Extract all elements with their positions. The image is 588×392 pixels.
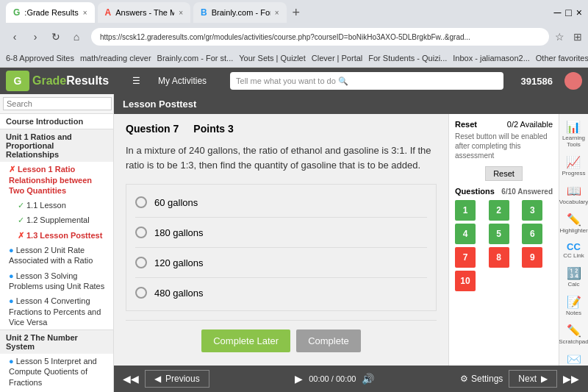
q-num-6[interactable]: 6 — [522, 224, 542, 244]
question-grid: 1 2 3 4 5 6 7 8 9 10 — [455, 200, 553, 291]
cc-icon: CC — [567, 241, 581, 252]
tab-answers[interactable]: A Answers - The Most Trusted Pla... × — [98, 2, 191, 23]
next-button[interactable]: Next ▶ — [509, 370, 557, 388]
tool-email[interactable]: ✉️ Send Usan Email — [561, 349, 587, 366]
lesson-1-status-icon: ✗ — [9, 165, 15, 174]
bookmark-brainly[interactable]: Brainly.com - For st... — [157, 54, 234, 63]
radio-d[interactable] — [135, 287, 147, 299]
highlighter-icon: ✏️ — [567, 213, 581, 227]
complete-later-button[interactable]: Complete Later — [201, 329, 290, 352]
header-nav: ☰ My Activities — [126, 73, 212, 89]
bullet-icon-4: ● — [9, 296, 14, 305]
tab-close-icon[interactable]: × — [83, 9, 87, 17]
tab-brainly[interactable]: B Brainly.com - For students. By st... × — [193, 2, 287, 23]
url-input[interactable]: https://scsk12.graderesults.com/gr/modul… — [91, 28, 549, 46]
sidebar-course-intro[interactable]: Course Introduction — [0, 114, 113, 129]
sidebar-lesson-5[interactable]: ●Lesson 5 Interpret and Compute Quotient… — [0, 354, 113, 390]
bookmark-quizlet[interactable]: Your Sets | Quizlet — [239, 54, 306, 63]
time-display: 00:00 / 00:00 — [309, 374, 356, 383]
q-num-4[interactable]: 4 — [455, 224, 476, 244]
tool-progress[interactable]: 📈 Progress — [560, 152, 587, 179]
sidebar-lesson-1[interactable]: ✗Lesson 1 Ratio Relationship between Two… — [0, 162, 113, 198]
tab-close-answers-icon[interactable]: × — [179, 9, 183, 17]
sidebar-lesson-2[interactable]: ●Lesson 2 Unit Rate Associated with a Ra… — [0, 243, 113, 268]
calc-icon: 🔢 — [567, 266, 581, 280]
q-num-7[interactable]: 7 — [455, 247, 476, 268]
bookmark-bar: 6-8 Approved Sites math/reading clever B… — [0, 49, 588, 68]
reset-button[interactable]: Reset — [485, 166, 523, 181]
question-text: In a mixture of 240 gallons, the ratio o… — [126, 143, 437, 172]
tool-vocabulary[interactable]: 📖 Vocabulary — [558, 181, 588, 208]
q-num-9[interactable]: 9 — [522, 247, 542, 268]
q-num-2[interactable]: 2 — [489, 200, 509, 221]
q-num-3[interactable]: 3 — [522, 200, 542, 221]
q-num-1[interactable]: 1 — [455, 200, 476, 221]
radio-c[interactable] — [135, 257, 147, 268]
sidebar-lesson-3[interactable]: ●Lesson 3 Solving Problems using Unit Ra… — [0, 268, 113, 294]
refresh-button[interactable]: ↻ — [47, 28, 65, 46]
new-tab-button[interactable]: + — [293, 5, 301, 21]
bookmark-other[interactable]: Other favorites — [536, 54, 588, 63]
header-search[interactable]: Tell me what you want to do 🔍 — [230, 72, 503, 90]
answer-option-c[interactable]: 120 gallons — [135, 251, 427, 274]
q-num-8[interactable]: 8 — [489, 247, 509, 268]
radio-a[interactable] — [135, 196, 147, 208]
sidebar-search-input[interactable] — [3, 97, 112, 110]
extensions-icon[interactable]: ⊞ — [573, 31, 582, 43]
bookmark-clever[interactable]: Clever | Portal — [312, 54, 363, 63]
answer-option-d[interactable]: 480 gallons — [135, 281, 427, 304]
questions-header: Questions 6/10 Answered — [455, 187, 553, 196]
logo-icon: G — [6, 71, 29, 91]
tool-notes[interactable]: 📝 Notes — [564, 292, 583, 319]
sidebar-item-1-3-posttest[interactable]: ✗1.3 Lesson Posttest — [0, 228, 113, 243]
bullet-icon-5: ● — [9, 357, 14, 366]
content-area: Lesson Posttest Question 7 Points 3 In a… — [114, 94, 588, 392]
complete-button[interactable]: Complete — [296, 329, 361, 352]
next-arrow-icon[interactable]: ▶▶ — [563, 373, 579, 385]
sidebar-unit-2: Unit 2 The Number System — [0, 329, 113, 354]
notes-icon: 📝 — [567, 295, 581, 309]
radio-b[interactable] — [135, 227, 147, 238]
home-button[interactable]: ⌂ — [68, 28, 85, 46]
side-tools: 📊 LearningTools 📈 Progress 📖 Vocabulary … — [559, 114, 588, 366]
close-window-button[interactable]: × — [576, 7, 582, 18]
tool-learning[interactable]: 📊 LearningTools — [561, 117, 587, 151]
bookmark-math[interactable]: math/reading clever — [80, 54, 151, 63]
volume-icon: 🔊 — [362, 373, 374, 385]
bookmark-star-icon[interactable]: ☆ — [555, 31, 564, 43]
tool-highlighter[interactable]: ✏️ Highlighter — [558, 210, 588, 237]
tool-scratchpad[interactable]: ✏️ Scratchpad — [557, 321, 588, 348]
answer-option-b[interactable]: 180 gallons — [135, 221, 427, 244]
nav-icon-button[interactable]: ☰ — [126, 73, 146, 89]
q-num-5[interactable]: 5 — [489, 224, 509, 244]
question-main: Question 7 Points 3 In a mixture of 240 … — [114, 114, 448, 366]
prev-arrow-icon[interactable]: ◀◀ — [123, 373, 139, 385]
sidebar-item-1-1[interactable]: ✓1.1 Lesson — [0, 198, 113, 213]
sidebar-item-1-2[interactable]: ✓1.2 Supplemental — [0, 213, 113, 227]
settings-button[interactable]: ⚙ Settings — [460, 374, 503, 384]
my-activities-button[interactable]: My Activities — [152, 73, 212, 89]
bullet-icon-2: ● — [9, 246, 14, 254]
sidebar-lesson-4[interactable]: ●Lesson 4 Converting Fractions to Percen… — [0, 293, 113, 329]
maximize-button[interactable]: □ — [565, 7, 571, 18]
minimize-button[interactable]: ─ — [553, 7, 561, 18]
bottom-bar: ◀◀ ◀ Previous ▶ 00:00 / 00:00 🔊 ⚙ Settin… — [114, 366, 588, 392]
tab-close-brainly-icon[interactable]: × — [275, 9, 279, 17]
play-button[interactable]: ▶ — [295, 373, 303, 385]
bullet-icon-3: ● — [9, 271, 14, 280]
back-button[interactable]: ‹ — [6, 28, 24, 46]
question-container: Question 7 Points 3 In a mixture of 240 … — [114, 114, 588, 366]
bookmark-6-8-approved[interactable]: 6-8 Approved Sites — [6, 54, 74, 63]
tool-cc[interactable]: CC CC Link — [562, 238, 585, 262]
bookmark-inbox[interactable]: Inbox - jaliamason2... — [453, 54, 530, 63]
progress-icon: 📈 — [566, 155, 581, 169]
tool-calc[interactable]: 🔢 Calc — [565, 263, 583, 291]
forward-button[interactable]: › — [26, 28, 44, 46]
bookmark-quizi[interactable]: For Students - Quizi... — [368, 54, 447, 63]
scratchpad-icon: ✏️ — [567, 324, 581, 338]
tab-grade-results[interactable]: G :Grade Results × — [6, 2, 95, 23]
previous-button[interactable]: ◀ Previous — [145, 370, 209, 388]
main-layout: 🔍 Course Introduction Unit 1 Ratios andP… — [0, 94, 588, 392]
answer-option-a[interactable]: 60 gallons — [135, 190, 427, 214]
q-num-10[interactable]: 10 — [455, 271, 476, 291]
